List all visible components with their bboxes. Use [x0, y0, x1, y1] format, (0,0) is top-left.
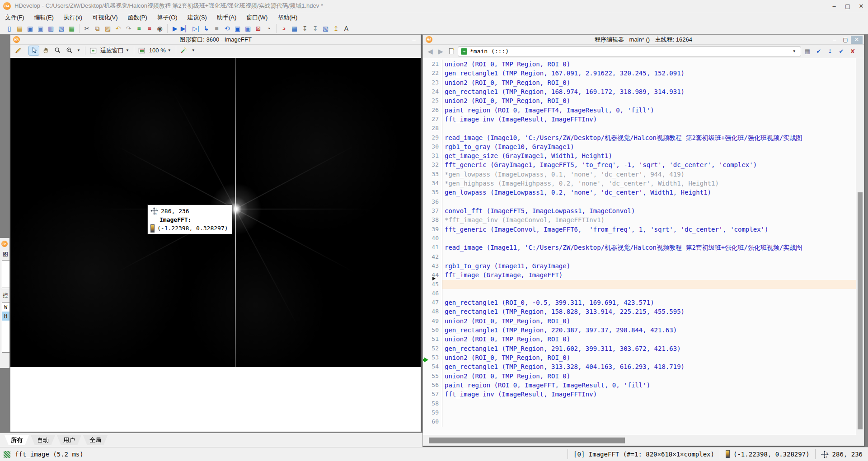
- stop-in-procedure-icon[interactable]: ▣: [232, 24, 243, 33]
- activate-lines-icon[interactable]: ≡: [134, 24, 144, 33]
- code-line-55[interactable]: 55union2 (ROI_0, TMP_Region, ROI_0): [423, 372, 856, 381]
- code-line-33[interactable]: 33*gen_lowpass (ImageLowpass, 0.1, 'none…: [423, 170, 856, 179]
- editor-maximize-button[interactable]: ▢: [840, 35, 851, 44]
- code-line-52[interactable]: 52gen_rectangle1 (TMP_Region, 291.602, 3…: [423, 344, 856, 353]
- open-program-icon[interactable]: ▤: [14, 24, 25, 33]
- step-over-icon[interactable]: ▷|: [191, 24, 201, 33]
- code-line-45[interactable]: 45: [423, 280, 856, 289]
- code-line-47[interactable]: 47gen_rectangle1 (ROI_0, -0.5, 399.311, …: [423, 298, 856, 307]
- stop-icon[interactable]: ■: [211, 24, 222, 33]
- discard-edits-icon[interactable]: ✘: [848, 47, 858, 56]
- program-window-settings-icon[interactable]: ▦: [802, 47, 812, 56]
- app-minimize-button[interactable]: –: [827, 0, 841, 12]
- code-line-51[interactable]: 51union2 (ROI_0, TMP_Region, ROI_0): [423, 335, 856, 344]
- code-line-43[interactable]: 43rgb1_to_gray (Image11, GrayImage): [423, 261, 856, 270]
- control-variable-list[interactable]: W H: [2, 302, 10, 353]
- syntax-check-icon[interactable]: ✔: [814, 47, 824, 56]
- deactivate-lines-icon[interactable]: ≡: [144, 24, 155, 33]
- new-procedure-icon[interactable]: [446, 47, 456, 56]
- code-line-26[interactable]: 26paint_region (ROI_0, ImageFFT4, ImageR…: [423, 106, 856, 115]
- paste-icon[interactable]: ▨: [103, 24, 113, 33]
- open-graphics-window-icon[interactable]: ▦: [289, 24, 300, 33]
- menu-item-7[interactable]: 助手(A): [212, 13, 241, 23]
- menu-item-4[interactable]: 函数(P): [122, 13, 152, 23]
- menu-item-1[interactable]: 编辑(E): [29, 13, 59, 23]
- edit-regions-icon[interactable]: [13, 46, 23, 56]
- zoom-level-dropdown-icon[interactable]: ▼: [168, 48, 171, 52]
- zoom-tool-icon[interactable]: [52, 46, 63, 56]
- code-line-50[interactable]: 50gen_rectangle1 (TMP_Region, 220.387, 3…: [423, 326, 856, 335]
- menu-item-3[interactable]: 可视化(V): [87, 13, 122, 23]
- fit-mode-dropdown-icon[interactable]: ▼: [126, 48, 129, 52]
- code-line-27[interactable]: 27fft_image_inv (ImageResult, ImageFFTIn…: [423, 115, 856, 124]
- code-line-41[interactable]: 41read_image (Image11, 'C:/Users/ZW/Desk…: [423, 243, 856, 252]
- code-line-49[interactable]: 49union2 (ROI_0, TMP_Region, ROI_0): [423, 317, 856, 326]
- program-editor-titlebar[interactable]: HA 程序编辑器 - main* () - 主线程: 16264 – ▢ ✕: [423, 35, 864, 45]
- cut-icon[interactable]: ✂: [82, 24, 92, 33]
- step-into-icon[interactable]: ↳: [201, 24, 211, 33]
- code-line-40[interactable]: 40: [423, 234, 856, 243]
- menu-item-9[interactable]: 帮助(H): [272, 13, 302, 23]
- app-maximize-button[interactable]: ▢: [841, 0, 854, 12]
- iconic-variable-thumbnail[interactable]: [2, 260, 10, 288]
- menu-item-2[interactable]: 执行(x): [59, 13, 87, 23]
- menu-item-5[interactable]: 算子(O): [152, 13, 183, 23]
- pan-tool-icon[interactable]: [40, 46, 51, 56]
- editor-horizontal-scrollbar[interactable]: [423, 435, 864, 446]
- zoom-in-tool-icon[interactable]: [64, 46, 75, 56]
- code-line-25[interactable]: 25union2 (ROI_0, TMP_Region, ROI_0): [423, 96, 856, 105]
- tab-user[interactable]: 用户: [57, 435, 81, 445]
- code-line-36[interactable]: 36: [423, 197, 856, 206]
- graphics-window-minimize-button[interactable]: –: [407, 35, 421, 44]
- code-line-32[interactable]: 32fft_generic (GrayImage1, ImageFFT5, 't…: [423, 160, 856, 169]
- code-line-24[interactable]: 24gen_rectangle1 (TMP_Region, 168.974, 1…: [423, 87, 856, 96]
- code-line-30[interactable]: 30rgb1_to_gray (Image10, GrayImage1): [423, 142, 856, 151]
- auto-indent-icon[interactable]: ⇣: [825, 47, 835, 56]
- code-line-28[interactable]: 28: [423, 124, 856, 133]
- fit-mode-label[interactable]: 适应窗口: [100, 47, 124, 55]
- code-line-34[interactable]: 34*gen_highpass (ImageHighpass, 0.2, 'no…: [423, 179, 856, 188]
- tab-all[interactable]: 所有: [5, 435, 29, 445]
- code-line-22[interactable]: 22gen_rectangle1 (TMP_Region, 167.091, 2…: [423, 69, 856, 78]
- tab-global[interactable]: 全局: [83, 435, 108, 445]
- code-line-58[interactable]: 58: [423, 399, 856, 408]
- tab-auto[interactable]: 自动: [31, 435, 55, 445]
- menu-item-8[interactable]: 窗口(W): [241, 13, 272, 23]
- menu-item-6[interactable]: 建议(S): [183, 13, 212, 23]
- fit-window-icon[interactable]: [88, 46, 99, 56]
- procedure-combobox[interactable]: → *main (:::) ▼: [458, 47, 801, 56]
- apply-edits-icon[interactable]: ✔: [836, 47, 846, 56]
- navigate-forward-icon[interactable]: ▶: [436, 47, 445, 56]
- graphics-window-titlebar[interactable]: HA 图形窗口: 3600 - ImageFFT –: [10, 35, 421, 45]
- new-program-icon[interactable]: ▯: [4, 24, 14, 33]
- code-line-37[interactable]: 37convol_fft (ImageFFT5, ImageLowpass1, …: [423, 206, 856, 215]
- reset-visualization-icon[interactable]: ◕: [279, 24, 289, 33]
- code-line-44[interactable]: 44fft_image (GrayImage, ImageFFT): [423, 270, 856, 279]
- code-line-54[interactable]: 54gen_rectangle1 (TMP_Region, 313.328, 4…: [423, 362, 856, 371]
- redo-icon[interactable]: ↷: [123, 24, 134, 33]
- procedure-combo-dropdown-icon[interactable]: ▼: [793, 49, 795, 53]
- code-line-42[interactable]: 42: [423, 252, 856, 261]
- code-area[interactable]: 21union2 (ROI_0, TMP_Region, ROI_0)22gen…: [423, 58, 856, 435]
- run-until-icon[interactable]: ▶▏: [180, 24, 191, 33]
- editor-close-button[interactable]: ✕: [851, 36, 863, 44]
- run-icon[interactable]: ▶: [170, 24, 180, 33]
- code-line-60[interactable]: 60: [423, 417, 856, 426]
- export-program-icon[interactable]: ▧: [56, 24, 66, 33]
- profiler-icon[interactable]: ◔: [263, 24, 274, 33]
- magic-wand-dropdown-icon[interactable]: ▼: [192, 48, 195, 52]
- code-line-39[interactable]: 39fft_generic (ImageConvol, ImageFFT6, '…: [423, 225, 856, 234]
- undo-icon[interactable]: ↶: [113, 24, 123, 33]
- navigate-back-icon[interactable]: ◀: [426, 47, 435, 56]
- variable-watch-window-sliver[interactable]: HA 图 控 W H: [0, 238, 10, 368]
- threads-icon[interactable]: ▣: [243, 24, 253, 33]
- graphics-canvas[interactable]: R C 286, 236 ImageFFT: (-1.22398, 0.3282…: [10, 56, 421, 432]
- editor-minimize-button[interactable]: –: [829, 35, 840, 44]
- variable-item-width1[interactable]: W: [2, 303, 10, 312]
- vertical-scrollbar-thumb[interactable]: [858, 192, 863, 429]
- code-line-38[interactable]: 38*fft_image_inv (ImageConvol, ImageFFTI…: [423, 215, 856, 224]
- editor-vertical-scrollbar[interactable]: [856, 58, 864, 435]
- code-line-29[interactable]: 29read_image (Image10, 'C:/Users/ZW/Desk…: [423, 133, 856, 142]
- edit-fonts-icon[interactable]: A: [341, 24, 352, 33]
- menu-item-0[interactable]: 文件(F): [0, 13, 29, 23]
